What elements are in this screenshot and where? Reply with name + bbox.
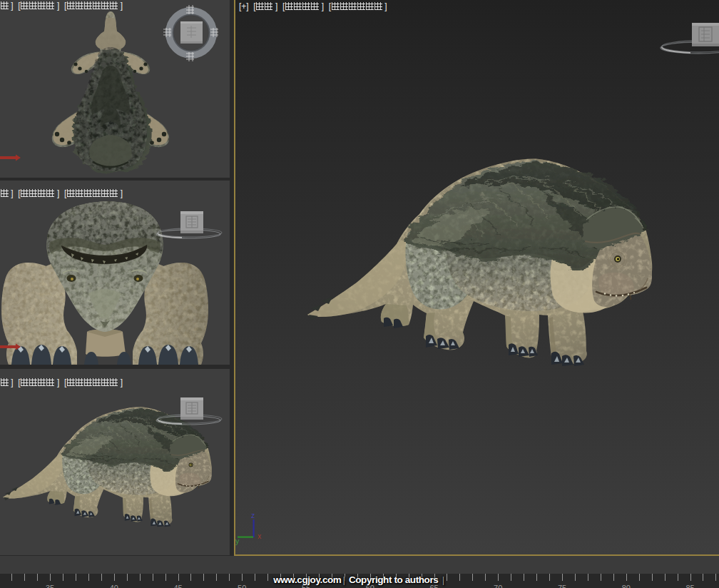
svg-text:y: y <box>235 537 240 545</box>
svg-text:z: z <box>251 511 255 519</box>
svg-text:x: x <box>257 532 262 540</box>
